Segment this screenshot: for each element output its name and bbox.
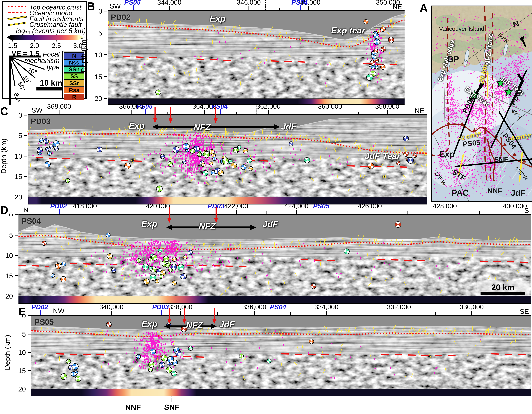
event-dot bbox=[142, 365, 144, 367]
epicenter-dot bbox=[440, 148, 441, 149]
epicenter-dot bbox=[442, 147, 443, 148]
epicenter-dot bbox=[487, 173, 488, 174]
depth-axis-label: Depth (km) bbox=[79, 28, 87, 82]
epicenter-dot bbox=[525, 37, 526, 38]
event-dot bbox=[148, 154, 149, 156]
epicenter-dot bbox=[482, 36, 483, 37]
epicenter-dot bbox=[522, 64, 523, 65]
epicenter-dot bbox=[454, 182, 455, 183]
epicenter-dot bbox=[464, 81, 465, 82]
event-dot bbox=[146, 332, 148, 334]
epicenter-dot bbox=[468, 183, 469, 184]
epicenter-dot bbox=[501, 105, 501, 106]
event-dot bbox=[152, 250, 153, 252]
event-dot bbox=[123, 260, 124, 261]
epicenter-dot bbox=[504, 69, 504, 70]
epicenter-dot bbox=[442, 131, 443, 132]
epicenter-dot bbox=[515, 68, 516, 69]
epicenter-dot bbox=[506, 65, 507, 66]
event-dot bbox=[171, 338, 172, 339]
epicenter-dot bbox=[498, 48, 499, 49]
epicenter-dot bbox=[479, 152, 480, 153]
event-dot bbox=[135, 252, 136, 253]
epicenter-dot bbox=[478, 126, 479, 127]
epicenter-dot bbox=[513, 71, 513, 72]
event-dot bbox=[121, 275, 122, 276]
epicenter-dot bbox=[485, 116, 486, 117]
event-dot bbox=[185, 260, 186, 261]
epicenter-dot bbox=[456, 66, 456, 67]
epicenter-dot bbox=[508, 60, 509, 60]
epicenter-dot bbox=[496, 116, 497, 117]
epicenter-dot bbox=[505, 94, 506, 95]
epicenter-dot bbox=[482, 161, 483, 162]
epicenter-dot bbox=[458, 156, 459, 157]
event-dot bbox=[192, 144, 193, 146]
epicenter-dot bbox=[501, 63, 502, 64]
fault-tick bbox=[472, 326, 473, 331]
colorbar-tick bbox=[34, 40, 35, 41]
event-dot bbox=[174, 155, 176, 157]
epicenter-dot bbox=[457, 88, 458, 89]
epicenter-dot bbox=[494, 102, 495, 103]
epicenter-dot bbox=[515, 62, 516, 63]
event-dot bbox=[276, 244, 277, 245]
event-dot bbox=[185, 165, 186, 167]
event-dot bbox=[141, 340, 142, 341]
event-dot bbox=[183, 136, 184, 138]
event-dot bbox=[274, 157, 275, 159]
epicenter-dot bbox=[502, 182, 503, 183]
epicenter-dot bbox=[490, 116, 491, 117]
epicenter-dot bbox=[510, 71, 511, 72]
event-dot bbox=[190, 277, 192, 279]
map-panel: Vancouver IslandNExp slab edgeBPNFZ trac… bbox=[431, 6, 532, 202]
fault-tick bbox=[57, 331, 57, 334]
epicenter-dot bbox=[453, 161, 454, 161]
event-dot bbox=[155, 153, 157, 154]
epicenter-dot bbox=[491, 144, 491, 145]
event-dot bbox=[183, 134, 184, 136]
event-dot bbox=[199, 162, 200, 164]
epicenter-dot bbox=[453, 108, 454, 109]
epicenter-dot bbox=[524, 56, 525, 56]
epicenter-dot bbox=[441, 53, 442, 54]
epicenter-dot bbox=[460, 104, 460, 105]
epicenter-dot bbox=[522, 55, 522, 56]
focal-mechanism-SS bbox=[61, 374, 67, 380]
epicenter-dot bbox=[438, 148, 439, 149]
epicenter-dot bbox=[466, 115, 467, 116]
event-dot bbox=[208, 163, 209, 165]
epicenter-dot bbox=[520, 58, 521, 59]
epicenter-dot bbox=[519, 62, 520, 63]
epicenter-dot bbox=[511, 69, 512, 69]
event-dot bbox=[192, 157, 194, 159]
event-dot bbox=[197, 168, 198, 170]
event-dot bbox=[170, 259, 171, 261]
event-dot bbox=[154, 360, 156, 362]
epicenter-dot bbox=[460, 123, 460, 124]
epicenter-dot bbox=[496, 77, 497, 78]
event-dot bbox=[49, 143, 50, 144]
epicenter-dot bbox=[449, 71, 450, 72]
epicenter-dot bbox=[476, 33, 477, 34]
epicenter-dot bbox=[438, 157, 439, 158]
event-dot bbox=[206, 136, 207, 138]
epicenter-dot bbox=[494, 149, 494, 149]
cmp-tick-label: 336,000 bbox=[242, 303, 266, 311]
density-colorbar bbox=[11, 35, 78, 40]
epicenter-dot bbox=[505, 59, 506, 60]
event-dot bbox=[334, 358, 336, 360]
event-dot bbox=[185, 176, 186, 178]
epicenter-dot bbox=[443, 160, 444, 161]
epicenter-dot bbox=[487, 142, 487, 143]
epicenter-dot bbox=[487, 138, 488, 139]
event-dot bbox=[157, 370, 158, 371]
epicenter-dot bbox=[515, 73, 516, 74]
direction-right: S bbox=[524, 207, 529, 215]
event-dot bbox=[118, 244, 119, 245]
depth-tick bbox=[24, 197, 27, 197]
event-dot bbox=[253, 156, 254, 158]
epicenter-dot bbox=[505, 70, 506, 71]
event-dot bbox=[154, 335, 156, 337]
epicenter-dot bbox=[518, 60, 519, 61]
